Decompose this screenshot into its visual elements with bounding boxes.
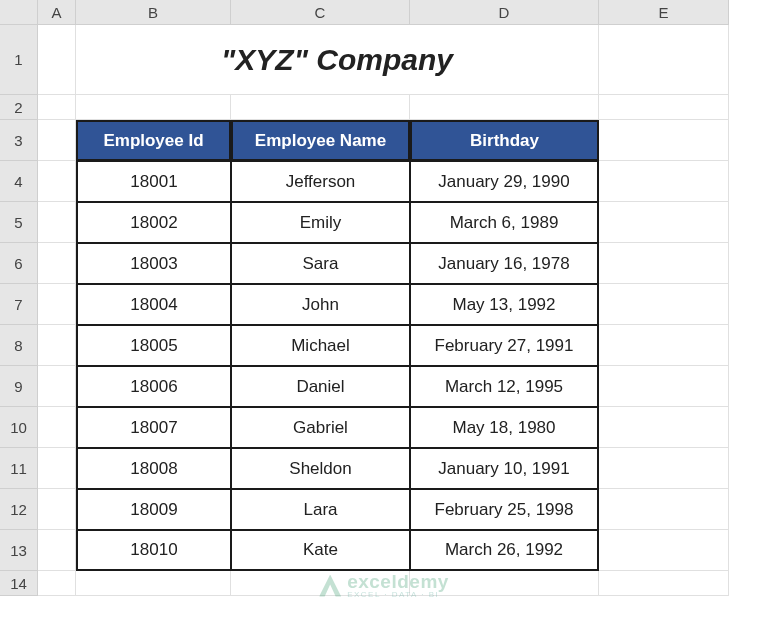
cell-a1[interactable] <box>38 25 76 95</box>
cell-e9[interactable] <box>599 366 729 407</box>
table-row[interactable]: January 16, 1978 <box>410 243 599 284</box>
cell-e7[interactable] <box>599 284 729 325</box>
cell-e14[interactable] <box>599 571 729 596</box>
table-row[interactable]: Sheldon <box>231 448 410 489</box>
row-header-8[interactable]: 8 <box>0 325 38 366</box>
row-header-3[interactable]: 3 <box>0 120 38 161</box>
cell-e13[interactable] <box>599 530 729 571</box>
cell-e2[interactable] <box>599 95 729 120</box>
table-row[interactable]: 18001 <box>76 161 231 202</box>
cell-a14[interactable] <box>38 571 76 596</box>
table-row[interactable]: 18009 <box>76 489 231 530</box>
row-header-9[interactable]: 9 <box>0 366 38 407</box>
table-row[interactable]: Jefferson <box>231 161 410 202</box>
cell-e8[interactable] <box>599 325 729 366</box>
cell-a2[interactable] <box>38 95 76 120</box>
table-row[interactable]: 18003 <box>76 243 231 284</box>
cell-a11[interactable] <box>38 448 76 489</box>
table-row[interactable]: March 12, 1995 <box>410 366 599 407</box>
col-header-b[interactable]: B <box>76 0 231 25</box>
col-header-c[interactable]: C <box>231 0 410 25</box>
table-row[interactable]: Kate <box>231 530 410 571</box>
cell-a6[interactable] <box>38 243 76 284</box>
row-header-14[interactable]: 14 <box>0 571 38 596</box>
page-title[interactable]: "XYZ" Company <box>76 25 599 95</box>
table-row[interactable]: May 18, 1980 <box>410 407 599 448</box>
table-row[interactable]: 18010 <box>76 530 231 571</box>
col-header-e[interactable]: E <box>599 0 729 25</box>
cell-a13[interactable] <box>38 530 76 571</box>
cell-e11[interactable] <box>599 448 729 489</box>
table-row[interactable]: Lara <box>231 489 410 530</box>
table-row[interactable]: Sara <box>231 243 410 284</box>
spreadsheet-grid: A B C D E 1 "XYZ" Company 2 3 Employee I… <box>0 0 768 596</box>
table-row[interactable]: 18006 <box>76 366 231 407</box>
table-row[interactable]: Daniel <box>231 366 410 407</box>
cell-c2[interactable] <box>231 95 410 120</box>
table-row[interactable]: Gabriel <box>231 407 410 448</box>
table-row[interactable]: March 26, 1992 <box>410 530 599 571</box>
row-header-5[interactable]: 5 <box>0 202 38 243</box>
table-row[interactable]: February 25, 1998 <box>410 489 599 530</box>
table-header-id[interactable]: Employee Id <box>76 120 231 161</box>
table-row[interactable]: 18007 <box>76 407 231 448</box>
table-row[interactable]: Michael <box>231 325 410 366</box>
cell-e4[interactable] <box>599 161 729 202</box>
col-header-a[interactable]: A <box>38 0 76 25</box>
table-row[interactable]: 18002 <box>76 202 231 243</box>
row-header-11[interactable]: 11 <box>0 448 38 489</box>
table-row[interactable]: March 6, 1989 <box>410 202 599 243</box>
row-header-1[interactable]: 1 <box>0 25 38 95</box>
cell-a10[interactable] <box>38 407 76 448</box>
table-row[interactable]: February 27, 1991 <box>410 325 599 366</box>
cell-e5[interactable] <box>599 202 729 243</box>
table-row[interactable]: 18008 <box>76 448 231 489</box>
cell-a9[interactable] <box>38 366 76 407</box>
watermark-text: exceldemy EXCEL · DATA · BI <box>347 572 449 599</box>
row-header-6[interactable]: 6 <box>0 243 38 284</box>
row-header-2[interactable]: 2 <box>0 95 38 120</box>
table-row[interactable]: Emily <box>231 202 410 243</box>
table-header-bday[interactable]: Birthday <box>410 120 599 161</box>
cell-a5[interactable] <box>38 202 76 243</box>
cell-d2[interactable] <box>410 95 599 120</box>
cell-a3[interactable] <box>38 120 76 161</box>
cell-a4[interactable] <box>38 161 76 202</box>
cell-e1[interactable] <box>599 25 729 95</box>
row-header-10[interactable]: 10 <box>0 407 38 448</box>
row-header-12[interactable]: 12 <box>0 489 38 530</box>
cell-a12[interactable] <box>38 489 76 530</box>
watermark: exceldemy EXCEL · DATA · BI <box>319 572 449 599</box>
row-header-4[interactable]: 4 <box>0 161 38 202</box>
row-header-13[interactable]: 13 <box>0 530 38 571</box>
table-row[interactable]: May 13, 1992 <box>410 284 599 325</box>
cell-b14[interactable] <box>76 571 231 596</box>
cell-a8[interactable] <box>38 325 76 366</box>
table-row[interactable]: 18004 <box>76 284 231 325</box>
cell-e12[interactable] <box>599 489 729 530</box>
col-header-d[interactable]: D <box>410 0 599 25</box>
watermark-main: exceldemy <box>347 572 449 591</box>
cell-e3[interactable] <box>599 120 729 161</box>
cell-e6[interactable] <box>599 243 729 284</box>
table-row[interactable]: January 29, 1990 <box>410 161 599 202</box>
logo-icon <box>319 575 341 597</box>
table-row[interactable]: 18005 <box>76 325 231 366</box>
cell-b2[interactable] <box>76 95 231 120</box>
cell-a7[interactable] <box>38 284 76 325</box>
table-row[interactable]: John <box>231 284 410 325</box>
table-header-name[interactable]: Employee Name <box>231 120 410 161</box>
watermark-sub: EXCEL · DATA · BI <box>347 591 449 599</box>
cell-e10[interactable] <box>599 407 729 448</box>
table-row[interactable]: January 10, 1991 <box>410 448 599 489</box>
row-header-7[interactable]: 7 <box>0 284 38 325</box>
select-all-corner[interactable] <box>0 0 38 25</box>
